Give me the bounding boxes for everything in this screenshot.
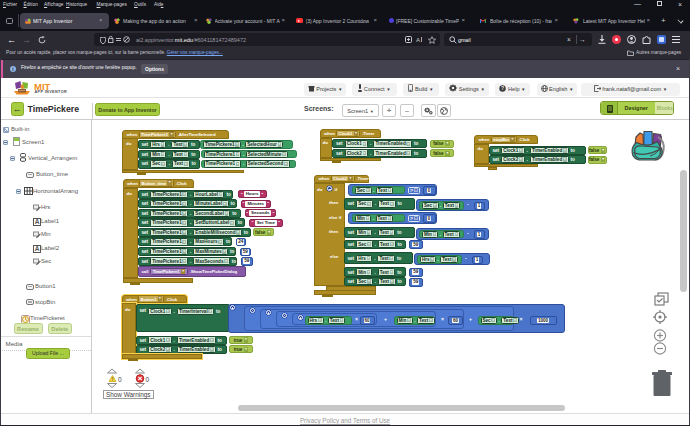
svg-text:0: 0 xyxy=(118,376,122,383)
svg-text:A: A xyxy=(34,245,39,252)
svg-text:0: 0 xyxy=(146,376,150,383)
svg-text:A: A xyxy=(34,218,39,225)
svg-text:A: A xyxy=(416,37,420,43)
svg-text:?: ? xyxy=(501,85,504,91)
